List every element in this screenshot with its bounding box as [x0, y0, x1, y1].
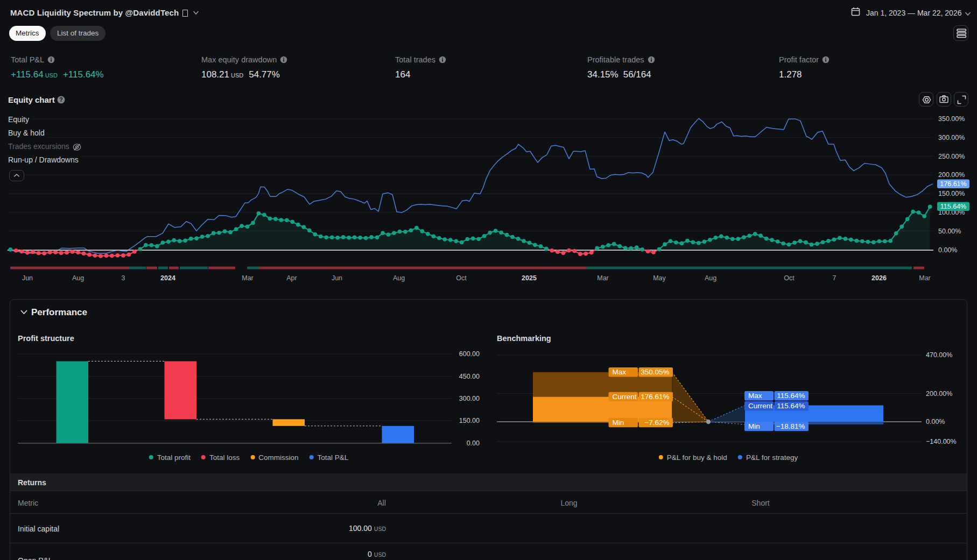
svg-text:Mar: Mar [242, 274, 254, 282]
svg-text:7: 7 [833, 274, 837, 282]
svg-text:2025: 2025 [522, 274, 537, 282]
svg-text:115.64%: 115.64% [777, 402, 805, 410]
svg-text:Aug: Aug [72, 274, 84, 282]
svg-text:470.00%: 470.00% [926, 351, 952, 359]
svg-text:150.00: 150.00 [459, 417, 480, 424]
svg-text:Current: Current [748, 402, 772, 410]
svg-text:Oct: Oct [456, 274, 467, 282]
svg-text:−140.00%: −140.00% [926, 438, 957, 445]
svg-text:0.00%: 0.00% [938, 246, 957, 254]
svg-text:115.64%: 115.64% [940, 203, 966, 210]
svg-text:350.00%: 350.00% [938, 115, 965, 123]
svg-text:Min: Min [748, 422, 760, 430]
svg-text:Apr: Apr [286, 274, 297, 282]
svg-text:Aug: Aug [705, 274, 716, 282]
svg-text:0.00%: 0.00% [926, 418, 945, 426]
svg-text:200.00%: 200.00% [926, 390, 952, 398]
svg-text:250.00%: 250.00% [938, 153, 965, 160]
svg-text:150.00%: 150.00% [938, 190, 965, 197]
svg-text:0.00: 0.00 [467, 440, 480, 447]
svg-text:600.00: 600.00 [459, 350, 480, 358]
svg-text:−7.62%: −7.62% [644, 419, 669, 427]
svg-text:Current: Current [613, 393, 637, 401]
svg-text:176.61%: 176.61% [641, 393, 669, 401]
svg-text:Jun: Jun [22, 274, 33, 282]
svg-text:115.64%: 115.64% [777, 392, 805, 400]
svg-text:Max: Max [748, 392, 762, 400]
svg-text:2024: 2024 [160, 274, 175, 282]
svg-text:200.00%: 200.00% [938, 171, 965, 179]
svg-text:May: May [653, 274, 666, 282]
svg-text:350.05%: 350.05% [641, 368, 669, 376]
svg-text:−18.81%: −18.81% [776, 422, 805, 430]
svg-text:50.00%: 50.00% [938, 228, 961, 235]
svg-text:?: ? [59, 96, 62, 103]
svg-text:Min: Min [613, 419, 624, 427]
svg-text:300.00%: 300.00% [938, 134, 965, 141]
svg-text:Mar: Mar [919, 274, 931, 282]
svg-text:3: 3 [122, 274, 125, 282]
svg-text:300.00: 300.00 [459, 395, 480, 402]
svg-text:Max: Max [613, 368, 627, 376]
svg-text:450.00: 450.00 [459, 373, 480, 380]
svg-text:Aug: Aug [393, 274, 405, 282]
svg-text:2026: 2026 [871, 274, 887, 282]
svg-text:Oct: Oct [784, 274, 795, 282]
svg-text:Jun: Jun [332, 274, 342, 282]
svg-text:176.61%: 176.61% [940, 180, 966, 188]
svg-text:Mar: Mar [597, 274, 609, 282]
